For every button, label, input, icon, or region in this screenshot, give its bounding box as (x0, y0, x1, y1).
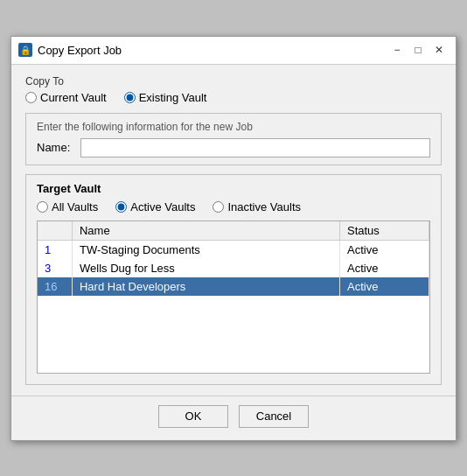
col-header-status: Status (339, 221, 429, 241)
name-label: Name: (37, 141, 73, 154)
dialog-body: Copy To Current Vault Existing Vault Ent… (11, 65, 456, 396)
job-info-section: Enter the following information for the … (25, 113, 442, 165)
table-row[interactable]: 16Hard Hat DevelopersActive (38, 277, 429, 296)
name-row: Name: (37, 138, 430, 158)
inactive-vaults-label: Inactive Vaults (227, 200, 301, 214)
inactive-vaults-radio[interactable] (213, 201, 224, 213)
inactive-vaults-option[interactable]: Inactive Vaults (213, 200, 301, 214)
copy-to-section: Copy To Current Vault Existing Vault (25, 75, 442, 104)
copy-to-label: Copy To (25, 75, 442, 88)
row-num: 3 (38, 259, 72, 277)
close-button[interactable]: ✕ (429, 40, 449, 60)
all-vaults-label: All Vaults (52, 200, 98, 214)
col-header-name: Name (72, 221, 339, 241)
active-vaults-option[interactable]: Active Vaults (115, 200, 195, 214)
col-header-num (38, 221, 72, 241)
vault-table-container: Name Status 1TW-Staging DocumentsActive3… (37, 220, 430, 374)
table-header-row: Name Status (38, 221, 429, 241)
table-row[interactable]: 1TW-Staging DocumentsActive (38, 240, 429, 259)
vault-filter-group: All Vaults Active Vaults Inactive Vaults (37, 200, 430, 214)
name-input[interactable] (80, 138, 430, 158)
dialog-icon: 🔒 (18, 43, 32, 57)
row-name: Hard Hat Developers (72, 277, 339, 296)
existing-vault-label: Existing Vault (139, 91, 207, 104)
row-status: Active (339, 240, 429, 259)
table-row[interactable]: 3Wells Dug for LessActive (38, 259, 429, 277)
maximize-button[interactable]: □ (408, 40, 428, 60)
copy-to-radio-group: Current Vault Existing Vault (25, 91, 442, 104)
target-vault-section: Target Vault All Vaults Active Vaults In… (25, 174, 442, 385)
row-name: Wells Dug for Less (72, 259, 339, 277)
row-num: 1 (38, 240, 72, 259)
all-vaults-radio[interactable] (37, 201, 48, 213)
copy-export-job-dialog: 🔒 Copy Export Job − □ ✕ Copy To Current … (10, 36, 457, 441)
row-status: Active (339, 277, 429, 296)
dialog-title: Copy Export Job (38, 44, 387, 57)
row-num: 16 (38, 277, 72, 296)
current-vault-label: Current Vault (40, 91, 107, 104)
cancel-button[interactable]: Cancel (239, 405, 309, 428)
target-vault-title: Target Vault (37, 182, 430, 195)
row-status: Active (339, 259, 429, 277)
all-vaults-option[interactable]: All Vaults (37, 200, 98, 214)
existing-vault-radio[interactable] (124, 92, 136, 103)
row-name: TW-Staging Documents (72, 240, 339, 259)
job-info-text: Enter the following information for the … (37, 121, 430, 133)
dialog-footer: OK Cancel (11, 396, 456, 440)
minimize-button[interactable]: − (387, 40, 407, 60)
current-vault-radio[interactable] (25, 92, 37, 103)
titlebar-controls: − □ ✕ (387, 40, 449, 60)
existing-vault-option[interactable]: Existing Vault (124, 91, 207, 104)
active-vaults-label: Active Vaults (130, 200, 195, 214)
vault-table: Name Status 1TW-Staging DocumentsActive3… (38, 221, 429, 296)
titlebar: 🔒 Copy Export Job − □ ✕ (11, 37, 456, 65)
active-vaults-radio[interactable] (115, 201, 127, 213)
ok-button[interactable]: OK (158, 405, 228, 428)
vault-table-body: 1TW-Staging DocumentsActive3Wells Dug fo… (38, 240, 429, 296)
current-vault-option[interactable]: Current Vault (25, 91, 107, 104)
